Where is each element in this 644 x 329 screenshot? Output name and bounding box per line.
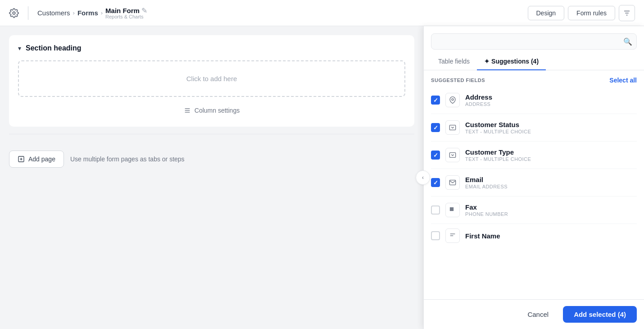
search-icon: 🔍 (623, 37, 632, 46)
field-info-customer-type: Customer Type TEXT - MULTIPLE CHOICE (465, 148, 637, 162)
form-rules-tab-button[interactable]: Form rules (568, 6, 615, 20)
field-item-customer-type: Customer Type TEXT - MULTIPLE CHOICE (431, 142, 637, 169)
field-type-address: ADDRESS (465, 101, 637, 107)
breadcrumb: Customers › Forms › Main Form ✎ Reports … (37, 6, 147, 19)
breadcrumb-sep1: › (73, 9, 75, 16)
cancel-button[interactable]: Cancel (518, 306, 558, 323)
tabs-row: Table fields ✦Suggestions (4) (424, 53, 644, 70)
field-type-fax: PHONE NUMBER (465, 211, 637, 217)
filter-icon-button[interactable] (619, 5, 635, 21)
field-checkbox-first-name[interactable] (431, 231, 440, 240)
breadcrumb-sep2: › (101, 9, 103, 16)
select-all-button[interactable]: Select all (609, 77, 637, 84)
breadcrumb-sub: Reports & Charts (105, 14, 147, 19)
panel-footer: Cancel Add selected (4) (424, 299, 644, 329)
search-bar-row: 🔍 (424, 26, 644, 53)
field-item-fax: Fax PHONE NUMBER (431, 196, 637, 224)
add-page-hint: Use multiple form pages as tabs or steps (70, 155, 185, 163)
svg-point-13 (450, 207, 451, 208)
header-left: Customers › Forms › Main Form ✎ Reports … (9, 6, 147, 20)
svg-point-18 (453, 209, 454, 210)
chevron-down-icon[interactable]: ▾ (18, 45, 21, 52)
svg-rect-11 (449, 125, 455, 130)
breadcrumb-forms[interactable]: Forms (77, 9, 98, 17)
breadcrumb-customers[interactable]: Customers (37, 9, 70, 17)
svg-point-19 (450, 210, 451, 211)
field-name-customer-status: Customer Status (465, 121, 637, 128)
add-page-label: Add page (28, 155, 55, 163)
field-icon-customer-type (445, 148, 460, 162)
field-icon-address (445, 93, 460, 107)
field-info-first-name: First Name (465, 232, 637, 240)
section-heading-row: ▾ Section heading (18, 44, 405, 52)
left-panel: ▾ Section heading Click to add here Colu… (0, 26, 423, 329)
svg-point-15 (453, 207, 454, 208)
add-page-button[interactable]: Add page (9, 151, 64, 168)
field-checkbox-email[interactable] (431, 178, 440, 187)
svg-point-20 (451, 210, 452, 211)
field-item-email: Email EMAIL ADDRESS (431, 169, 637, 196)
section-card: ▾ Section heading Click to add here Colu… (9, 35, 414, 127)
breadcrumb-main-wrap: Main Form ✎ Reports & Charts (105, 6, 147, 19)
breadcrumb-forms-wrap: Forms (77, 9, 98, 17)
field-checkbox-customer-type[interactable] (431, 151, 440, 160)
main-content: ▾ Section heading Click to add here Colu… (0, 26, 644, 329)
add-here-box[interactable]: Click to add here (18, 60, 405, 97)
text-icon (449, 232, 456, 239)
add-page-icon (18, 155, 25, 163)
field-type-customer-status: TEXT - MULTIPLE CHOICE (465, 129, 637, 134)
field-name-email: Email (465, 176, 637, 183)
suggested-label-row: SUGGESTED FIELDS Select all (424, 70, 644, 87)
email-icon (449, 179, 456, 186)
right-panel: ‹ 🔍 Table fields ✦Suggestions (4) SUGGES… (423, 26, 644, 329)
svg-point-21 (453, 210, 454, 211)
field-name-customer-type: Customer Type (465, 148, 637, 156)
field-item-first-name-partial: First Name (431, 224, 637, 246)
field-type-customer-type: TEXT - MULTIPLE CHOICE (465, 156, 637, 162)
add-selected-button[interactable]: Add selected (4) (563, 306, 637, 323)
svg-point-14 (451, 207, 452, 208)
svg-point-17 (451, 209, 452, 210)
field-list: Address ADDRESS Customer Status TEXT - M… (424, 87, 644, 299)
field-checkbox-address[interactable] (431, 96, 440, 105)
dropdown-icon (449, 124, 456, 131)
field-info-address: Address ADDRESS (465, 93, 637, 107)
tab-suggestions[interactable]: ✦Suggestions (4) (477, 53, 546, 70)
tab-table-fields[interactable]: Table fields (431, 53, 477, 70)
field-info-fax: Fax PHONE NUMBER (465, 203, 637, 217)
column-settings-button[interactable]: Column settings (18, 103, 405, 118)
column-settings-label: Column settings (195, 107, 240, 114)
field-item-address: Address ADDRESS (431, 87, 637, 114)
separator (9, 134, 414, 134)
field-checkbox-fax[interactable] (431, 206, 440, 215)
design-tab-button[interactable]: Design (528, 6, 565, 20)
phone-icon (449, 206, 456, 214)
field-icon-fax (445, 203, 460, 217)
search-input[interactable] (431, 33, 637, 50)
collapse-panel-arrow[interactable]: ‹ (416, 170, 430, 185)
field-icon-first-name (445, 228, 460, 243)
field-checkbox-customer-status[interactable] (431, 123, 440, 132)
edit-icon[interactable]: ✎ (141, 7, 147, 14)
section-heading-title: Section heading (26, 44, 82, 52)
column-settings-icon (184, 107, 191, 114)
svg-point-0 (13, 12, 15, 14)
breadcrumb-main: Main Form (105, 7, 140, 14)
search-input-wrap: 🔍 (431, 33, 637, 50)
suggested-fields-label: SUGGESTED FIELDS (431, 78, 485, 83)
location-icon (449, 96, 456, 104)
svg-point-16 (450, 209, 451, 210)
suggestions-tab-icon: ✦ (484, 58, 490, 65)
svg-point-10 (452, 99, 454, 101)
field-name-fax: Fax (465, 203, 637, 211)
header: Customers › Forms › Main Form ✎ Reports … (0, 0, 644, 26)
svg-rect-12 (449, 153, 455, 158)
field-info-email: Email EMAIL ADDRESS (465, 176, 637, 189)
header-divider (28, 6, 28, 20)
header-right: Design Form rules (528, 5, 635, 21)
field-type-email: EMAIL ADDRESS (465, 184, 637, 189)
field-icon-email (445, 175, 460, 190)
field-name-first-name: First Name (465, 232, 637, 240)
field-item-customer-status: Customer Status TEXT - MULTIPLE CHOICE (431, 114, 637, 142)
gear-icon[interactable] (9, 8, 19, 18)
